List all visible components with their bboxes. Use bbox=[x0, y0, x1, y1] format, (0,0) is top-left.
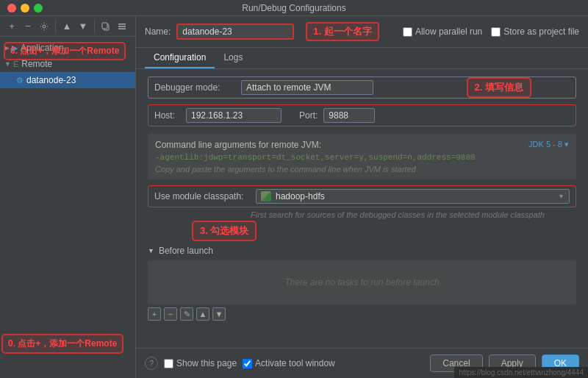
right-panel: Name: 1. 起一个名字 Allow parallel run Store … bbox=[136, 16, 588, 378]
before-launch-up[interactable]: ▲ bbox=[196, 307, 209, 321]
close-button[interactable] bbox=[7, 4, 16, 13]
svg-rect-4 bbox=[118, 26, 126, 27]
url-bar: https://blog.csdn.net/ethanzhong/4444 bbox=[454, 367, 588, 378]
module-dropdown[interactable]: hadoop-hdfs ▼ bbox=[256, 189, 570, 204]
module-section: Use module classpath: hadoop-hdfs ▼ Firs… bbox=[148, 185, 576, 219]
jdk-badge[interactable]: JDK 5 - 8 ▾ bbox=[528, 140, 569, 150]
window-title: Run/Debug Configurations bbox=[242, 3, 345, 13]
before-launch-empty: There are no tasks to run before launch bbox=[284, 277, 439, 288]
tree-label-datanode: datanode-23 bbox=[26, 75, 76, 85]
minimize-button[interactable] bbox=[21, 4, 29, 13]
cmd-text: -agentlib:jdwp=transport=dt_socket,serve… bbox=[155, 153, 569, 162]
before-launch-section: ▼ Before launch There are no tasks to ru… bbox=[148, 246, 576, 321]
expand-arrow: ▶ bbox=[4, 44, 10, 51]
tab-logs[interactable]: Logs bbox=[215, 48, 251, 68]
tree-label-application: Application bbox=[21, 43, 64, 53]
expand-arrow-remote: ▼ bbox=[4, 60, 11, 68]
show-page-text: Show this page bbox=[176, 358, 237, 368]
name-row: Name: 1. 起一个名字 Allow parallel run Store … bbox=[136, 16, 588, 48]
before-launch-body: There are no tasks to run before launch bbox=[148, 260, 576, 304]
before-launch-down[interactable]: ▼ bbox=[212, 307, 226, 321]
copy-button[interactable] bbox=[98, 19, 113, 34]
host-label: Host: bbox=[154, 110, 180, 121]
tree-area: ▶ ▶ Application ▼ E Remote ⚙ datanode-23 bbox=[0, 37, 135, 378]
cmd-section: Command line arguments for remote JVM: J… bbox=[148, 134, 576, 179]
tree-item-remote[interactable]: ▼ E Remote bbox=[0, 56, 135, 72]
svg-rect-5 bbox=[118, 28, 126, 29]
tabs-row: Configuration Logs bbox=[136, 48, 588, 69]
debugger-row: Debugger mode: Attach to remote JVM 2. 填… bbox=[148, 76, 576, 99]
name-row-right: Allow parallel run Store as project file bbox=[403, 26, 579, 37]
before-launch-edit[interactable]: ✎ bbox=[180, 307, 193, 321]
before-launch-add[interactable]: + bbox=[148, 307, 161, 321]
debugger-select[interactable]: Attach to remote JVM bbox=[241, 80, 373, 95]
activate-window-label[interactable]: Activate tool window bbox=[243, 358, 335, 368]
debugger-label: Debugger mode: bbox=[154, 82, 235, 93]
datanode-icon: ⚙ bbox=[16, 76, 24, 85]
port-input[interactable] bbox=[323, 108, 375, 123]
maximize-button[interactable] bbox=[34, 4, 43, 13]
annotation-1: 1. 起一个名字 bbox=[306, 22, 379, 41]
annotation-2: 2. 填写信息 bbox=[467, 77, 531, 98]
svg-point-0 bbox=[43, 25, 46, 28]
module-label: Use module classpath: bbox=[154, 191, 250, 202]
remote-icon: E bbox=[13, 60, 18, 68]
tab-configuration[interactable]: Configuration bbox=[145, 48, 215, 68]
down-button[interactable]: ▼ bbox=[76, 19, 90, 34]
add-config-button[interactable]: + bbox=[4, 19, 19, 34]
module-icon bbox=[261, 191, 271, 202]
allow-parallel-label[interactable]: Allow parallel run bbox=[403, 26, 482, 37]
cmd-title-row: Command line arguments for remote JVM: J… bbox=[155, 140, 569, 150]
tree-label-remote: Remote bbox=[21, 59, 52, 69]
name-input[interactable] bbox=[176, 24, 294, 40]
module-value-display: hadoop-hdfs bbox=[261, 191, 325, 202]
traffic-lights bbox=[7, 4, 43, 13]
application-icon: ▶ bbox=[12, 43, 18, 53]
module-name: hadoop-hdfs bbox=[276, 191, 325, 202]
host-input[interactable] bbox=[186, 108, 282, 123]
before-launch-title: Before launch bbox=[159, 246, 213, 256]
help-icon[interactable]: ? bbox=[145, 357, 158, 370]
before-launch-toolbar: + − ✎ ▲ ▼ bbox=[148, 307, 576, 321]
activate-window-checkbox[interactable] bbox=[243, 359, 252, 368]
expand-before-launch: ▼ bbox=[148, 247, 154, 254]
module-row: Use module classpath: hadoop-hdfs ▼ bbox=[148, 185, 576, 207]
activate-window-text: Activate tool window bbox=[255, 358, 335, 368]
before-launch-header[interactable]: ▼ Before launch bbox=[148, 246, 576, 256]
left-panel: + − ▲ ▼ bbox=[0, 16, 136, 378]
store-as-project-label[interactable]: Store as project file bbox=[491, 26, 579, 37]
main-layout: + − ▲ ▼ bbox=[0, 16, 588, 378]
tree-item-application[interactable]: ▶ ▶ Application bbox=[0, 40, 135, 56]
more-button[interactable] bbox=[115, 19, 129, 34]
debugger-select-wrapper: Attach to remote JVM bbox=[241, 80, 373, 95]
footer-checkboxes: Show this page Activate tool window bbox=[164, 358, 335, 368]
left-toolbar: + − ▲ ▼ bbox=[0, 16, 135, 37]
show-page-checkbox[interactable] bbox=[164, 359, 173, 368]
title-bar: Run/Debug Configurations bbox=[0, 0, 588, 16]
settings-button[interactable] bbox=[37, 19, 51, 34]
cmd-hint: Copy and paste the arguments to the comm… bbox=[155, 165, 569, 174]
module-chevron-icon: ▼ bbox=[558, 193, 564, 200]
allow-parallel-checkbox[interactable] bbox=[403, 27, 412, 37]
config-content: Debugger mode: Attach to remote JVM 2. 填… bbox=[136, 69, 588, 348]
port-label: Port: bbox=[299, 110, 318, 121]
svg-rect-3 bbox=[118, 24, 126, 25]
remove-config-button[interactable]: − bbox=[21, 19, 35, 34]
annotation-3: 3. 勾选模块 bbox=[192, 221, 257, 241]
host-port-row: Host: Port: bbox=[148, 104, 576, 126]
module-hint: First search for sources of the debugged… bbox=[251, 210, 576, 219]
tree-item-datanode[interactable]: ⚙ datanode-23 bbox=[0, 72, 135, 88]
up-button[interactable]: ▲ bbox=[60, 19, 74, 34]
name-label: Name: bbox=[145, 26, 171, 37]
svg-rect-2 bbox=[102, 23, 107, 29]
cmd-title-text: Command line arguments for remote JVM: bbox=[155, 140, 321, 150]
store-as-project-checkbox[interactable] bbox=[491, 27, 501, 37]
before-launch-remove[interactable]: − bbox=[164, 307, 177, 321]
show-page-label[interactable]: Show this page bbox=[164, 358, 237, 368]
